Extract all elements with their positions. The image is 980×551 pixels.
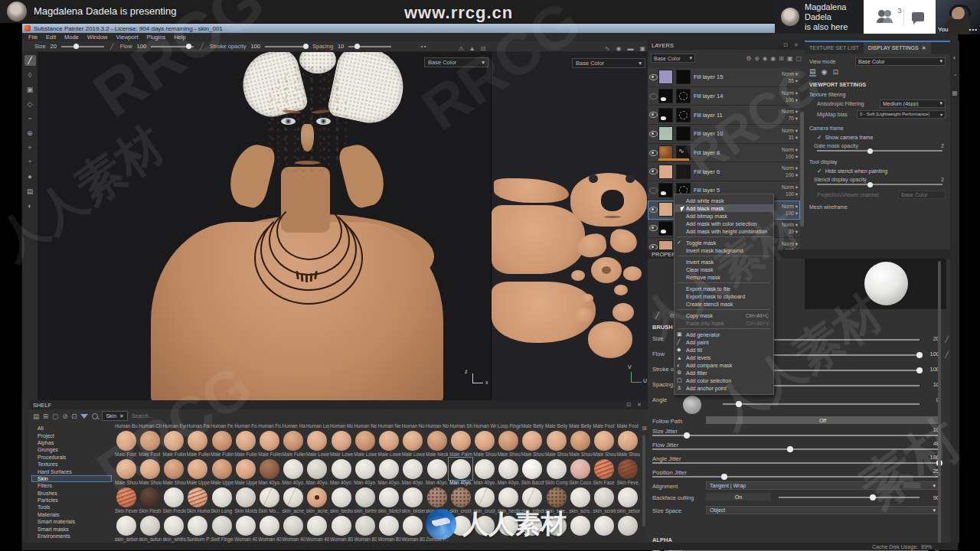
shelf-item[interactable] — [234, 458, 257, 480]
environment-dock-icon[interactable]: ◐ — [953, 54, 957, 61]
shelf-item[interactable] — [449, 514, 472, 536]
layer-thumbnail[interactable] — [658, 126, 673, 141]
shelf-category-all[interactable]: All — [31, 425, 112, 432]
shelf-item[interactable] — [521, 429, 544, 452]
shelf-item[interactable] — [329, 458, 353, 480]
menu-item-add-generator[interactable]: ▣Add generator — [675, 331, 773, 338]
self-webcam-thumbnail[interactable]: You ••• — [936, 0, 980, 34]
layer-thumbnail[interactable] — [658, 108, 673, 122]
shelf-item[interactable] — [497, 429, 521, 452]
edit-icon[interactable]: ╱ — [945, 351, 949, 358]
shelf-item[interactable] — [186, 458, 210, 480]
grid-icon[interactable]: ▣ — [639, 45, 645, 52]
export-icon[interactable]: ⊡ — [71, 412, 77, 420]
layer-mask-thumbnail[interactable] — [676, 165, 691, 179]
menu-item-add-color-selection[interactable]: ▢Add color selection — [675, 377, 773, 384]
shelf-item[interactable] — [210, 486, 234, 508]
shelf-item[interactable] — [401, 514, 425, 536]
tab-display-settings[interactable]: DISPLAY SETTINGS ✕ — [864, 42, 931, 54]
shelf-item[interactable] — [329, 486, 353, 508]
layer-mask-thumbnail[interactable] — [676, 89, 691, 103]
delete-layer-icon[interactable]: ▢ — [795, 55, 802, 62]
layer-mask-thumbnail[interactable] — [676, 145, 691, 160]
shelf-item[interactable] — [138, 514, 162, 536]
shelf-item[interactable] — [234, 429, 257, 452]
prop-backface-culling-toggle[interactable]: On — [706, 493, 771, 500]
shelf-header-icons[interactable]: ⊡ ✕ — [626, 402, 644, 408]
layer-row[interactable]: Fill layer 14Norm ▾100 ▾ — [648, 87, 800, 106]
show-camera-frame-checkbox[interactable]: ✓ Show camera frame — [805, 132, 950, 142]
shelf-item[interactable] — [377, 514, 400, 536]
layer-blend-opacity[interactable]: Norm ▾70 ▾ — [769, 108, 800, 122]
shelf-item[interactable] — [234, 486, 257, 508]
smudge-tool[interactable]: ~ — [24, 113, 36, 124]
shelf-item[interactable] — [401, 486, 425, 508]
layer-blend-opacity[interactable]: Norm ▾31 ▾ — [769, 127, 800, 141]
shelf-item[interactable] — [521, 514, 544, 536]
shelf-item[interactable] — [162, 429, 185, 452]
bar-icon[interactable]: ▬ — [627, 45, 633, 52]
hide-stencil-checkbox[interactable]: ✓ Hide stencil when painting — [805, 165, 950, 175]
shelf-item[interactable] — [138, 486, 162, 508]
slider-handle[interactable] — [787, 446, 793, 452]
remove-tag-icon[interactable]: ✕ — [119, 413, 124, 419]
layer-thumbnail[interactable] — [658, 221, 673, 236]
menu-item-add-white-mask[interactable]: Add white mask — [675, 197, 773, 204]
shelf-item[interactable] — [568, 514, 592, 536]
prop-size-space-dropdown[interactable]: Object▾ — [706, 506, 939, 514]
shelf-item[interactable] — [568, 458, 592, 480]
slider-handle[interactable] — [916, 367, 923, 373]
shelf-item[interactable] — [425, 486, 449, 508]
viewport-2d[interactable]: Base Color ▾ V U — [491, 52, 648, 400]
shelf-item[interactable] — [425, 429, 449, 452]
layer-thumbnail[interactable] — [658, 165, 673, 179]
folder-icon[interactable]: ▤ — [33, 412, 39, 420]
shelf-item[interactable] — [377, 429, 400, 452]
filter-icon[interactable] — [80, 414, 88, 419]
shelf-item[interactable] — [305, 486, 329, 508]
align-icon[interactable]: ▲ — [469, 45, 475, 52]
shelf-item[interactable] — [425, 514, 449, 536]
shelf-item[interactable] — [449, 429, 472, 452]
add-layer-icon[interactable]: ⊞ — [779, 55, 784, 62]
menu-plugins[interactable]: Plugins — [147, 34, 166, 41]
more-options-icon[interactable]: ••• — [969, 26, 978, 33]
environment-image-icon[interactable]: ▤ — [809, 67, 816, 77]
shelf-item[interactable] — [544, 429, 568, 452]
menu-item-add-mask-with-height-combination[interactable]: Add mask with height combination — [675, 227, 773, 235]
shelf-item[interactable] — [282, 514, 305, 536]
layer-visibility-icon[interactable] — [648, 207, 658, 213]
shelf-item[interactable] — [114, 458, 138, 480]
panel-header-icons[interactable]: ⊡ ✕ — [783, 42, 801, 48]
fit-view-icon[interactable]: ⊡ — [832, 68, 838, 76]
toolbar-spacing-slider[interactable] — [348, 46, 391, 47]
menu-item-add-bitmap-mask[interactable]: Add bitmap mask — [675, 212, 773, 220]
shelf-item[interactable] — [401, 429, 425, 452]
layer-thumbnail[interactable] — [658, 183, 673, 197]
layer-visibility-icon[interactable] — [648, 168, 658, 174]
menu-item-add-levels[interactable]: ▲Add levels — [675, 354, 773, 361]
viewport-3d-channel-dropdown[interactable]: Base Color ▾ — [424, 57, 488, 67]
shelf-item[interactable] — [210, 429, 234, 452]
add-folder-icon[interactable]: ▣ — [787, 55, 793, 62]
menu-file[interactable]: File — [28, 34, 38, 41]
shelf-item[interactable] — [162, 486, 185, 508]
prop-position-jitter-slider[interactable] — [652, 476, 939, 478]
layer-visibility-icon[interactable] — [648, 187, 658, 194]
menu-item-copy-mask[interactable]: Copy maskCtrl+Alt+C — [675, 311, 773, 319]
prop-flow-jitter-slider[interactable] — [652, 448, 939, 450]
shelf-item[interactable] — [616, 429, 640, 452]
add-fill-layer-icon[interactable]: ◉ — [770, 55, 776, 62]
warning-icon[interactable]: ⚠ — [459, 45, 464, 52]
layer-mask-thumbnail[interactable] — [676, 126, 691, 141]
layer-visibility-icon[interactable] — [648, 112, 658, 118]
shelf-item[interactable] — [472, 486, 496, 508]
menu-item-export-mask-to-file[interactable]: Export mask to file — [675, 285, 773, 292]
view-mode-dropdown[interactable]: Base Color ▾ — [855, 57, 946, 66]
shelf-item[interactable] — [305, 429, 329, 452]
shelf-item[interactable] — [329, 514, 353, 536]
shelf-category-alphas[interactable]: Alphas — [31, 439, 112, 446]
tab-texture-set-list[interactable]: TEXTURE SET LIST — [805, 42, 864, 54]
wrench-icon[interactable]: ⚙ — [746, 55, 751, 62]
menu-item-invert-mask[interactable]: Invert mask — [675, 258, 773, 266]
